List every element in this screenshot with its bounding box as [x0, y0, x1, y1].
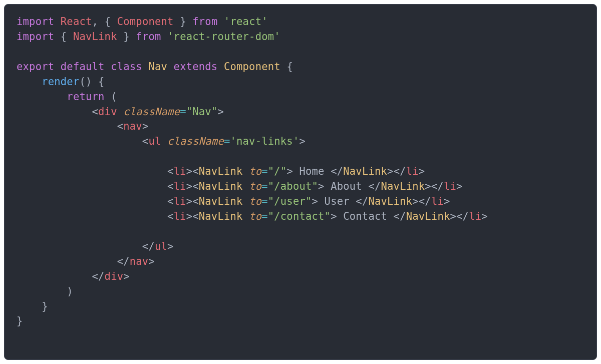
lbrace: {: [61, 31, 67, 43]
gt: >: [331, 210, 337, 222]
lt-close: </: [431, 180, 444, 192]
tag-li: li: [469, 210, 481, 222]
tag-navlink: NavLink: [406, 210, 450, 222]
code-content: import React, { Component } from 'react'…: [17, 16, 488, 327]
eq: =: [180, 106, 186, 118]
tag-ul: ul: [148, 135, 161, 147]
lt: <: [167, 195, 174, 207]
gt: >: [318, 180, 325, 192]
gt: >: [217, 106, 224, 118]
method-render: render: [42, 76, 79, 88]
gt: >: [444, 195, 450, 207]
kw-import: import: [17, 16, 54, 28]
lt-close: </: [368, 180, 381, 192]
kw-from: from: [192, 16, 217, 28]
tag-navlink: NavLink: [199, 195, 243, 207]
tag-navlink: NavLink: [199, 210, 243, 222]
tag-navlink: NavLink: [343, 165, 387, 177]
tag-nav: nav: [123, 120, 142, 132]
lt-close: </: [394, 210, 406, 222]
attr-to: to: [249, 195, 261, 207]
kw-export: export: [17, 61, 54, 73]
lbrace: {: [98, 76, 105, 88]
tag-li: li: [174, 195, 186, 207]
lt: <: [192, 165, 199, 177]
attr-to: to: [249, 180, 261, 192]
lt-close: </: [456, 210, 469, 222]
ident-navlink: NavLink: [73, 31, 117, 43]
lt-close: </: [117, 255, 130, 267]
eq: =: [224, 135, 230, 147]
comma: ,: [92, 16, 99, 28]
gt: >: [186, 210, 193, 222]
attr-classname: className: [167, 135, 224, 147]
lt: <: [192, 210, 199, 222]
text-home: Home: [293, 165, 331, 177]
eq: =: [261, 195, 268, 207]
parens: (): [79, 76, 92, 88]
to-home: "/": [268, 165, 287, 177]
attr-to: to: [249, 210, 261, 222]
gt: >: [148, 255, 155, 267]
base-class: Component: [224, 61, 280, 73]
rbrace: }: [42, 300, 48, 312]
ident-component: Component: [117, 16, 174, 28]
lt: <: [92, 106, 99, 118]
tag-li: li: [406, 165, 419, 177]
gt: >: [425, 180, 431, 192]
text-user: User: [318, 195, 356, 207]
blank-line: [17, 225, 23, 237]
tag-navlink: NavLink: [381, 180, 425, 192]
tag-navlink: NavLink: [199, 165, 243, 177]
tag-li: li: [431, 195, 444, 207]
tag-li: li: [444, 180, 456, 192]
lt-close: </: [331, 165, 343, 177]
gt: >: [419, 165, 425, 177]
gt: >: [186, 195, 193, 207]
tag-li: li: [174, 210, 186, 222]
attr-classname: className: [123, 106, 180, 118]
gt: >: [142, 120, 149, 132]
lbrace: {: [286, 61, 293, 73]
lparen: (: [111, 91, 117, 103]
lt: <: [167, 210, 174, 222]
lt: <: [167, 165, 174, 177]
gt: >: [312, 195, 319, 207]
lt: <: [192, 180, 199, 192]
tag-nav: nav: [130, 255, 149, 267]
gt: >: [299, 135, 306, 147]
code-window: import React, { Component } from 'react'…: [4, 4, 597, 360]
class-name: Nav: [148, 61, 167, 73]
lt-close: </: [394, 165, 406, 177]
lt-close: </: [419, 195, 431, 207]
tag-navlink: NavLink: [199, 180, 243, 192]
tag-li: li: [174, 180, 186, 192]
gt: >: [387, 165, 394, 177]
text-contact: Contact: [337, 210, 394, 222]
kw-return: return: [67, 91, 104, 103]
rparen: ): [67, 285, 73, 297]
gt: >: [450, 210, 456, 222]
str-router: 'react-router-dom': [167, 31, 280, 43]
eq: =: [261, 210, 268, 222]
tag-div: div: [98, 106, 117, 118]
str-navlinks: 'nav-links': [230, 135, 299, 147]
text-about: About: [325, 180, 369, 192]
gt: >: [186, 180, 193, 192]
gt: >: [123, 270, 130, 282]
eq: =: [261, 180, 268, 192]
gt: >: [412, 195, 419, 207]
rbrace: }: [180, 16, 186, 28]
str-react: 'react': [224, 16, 268, 28]
lt-close: </: [92, 270, 105, 282]
lt: <: [142, 135, 149, 147]
ident-react: React: [61, 16, 92, 28]
kw-default: default: [61, 61, 105, 73]
eq: =: [261, 165, 268, 177]
tag-li: li: [174, 165, 186, 177]
to-about: "/about": [268, 180, 318, 192]
lt-close: </: [142, 240, 155, 252]
kw-from: from: [136, 31, 161, 43]
gt: >: [167, 240, 174, 252]
lbrace: {: [105, 16, 111, 28]
